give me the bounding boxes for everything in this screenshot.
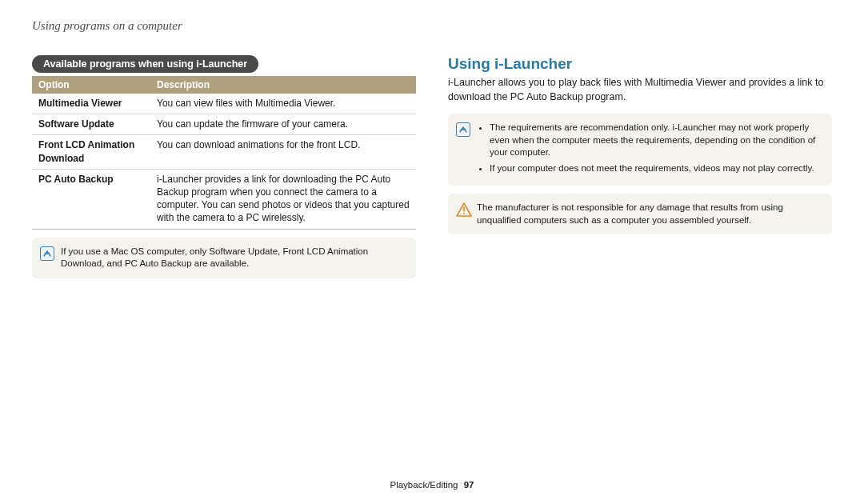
th-option: Option (32, 76, 150, 94)
th-description: Description (150, 76, 416, 94)
warning-text: The manufacturer is not responsible for … (477, 202, 821, 226)
note-list: The requirements are recommendation only… (477, 122, 821, 178)
table-row: Front LCD Animation Download You can dow… (32, 135, 416, 169)
page-footer: Playback/Editing 97 (0, 480, 864, 490)
page-header: Using programs on a computer (32, 19, 832, 33)
note-box-mac: If you use a Mac OS computer, only Softw… (32, 238, 416, 278)
warning-box: The manufacturer is not responsible for … (448, 194, 832, 234)
cell-description: You can view files with Multimedia Viewe… (150, 94, 416, 114)
cell-description: You can update the firmware of your came… (150, 114, 416, 135)
programs-table: Option Description Multimedia Viewer You… (32, 76, 416, 230)
table-row: Software Update You can update the firmw… (32, 114, 416, 135)
note-text: If you use a Mac OS computer, only Softw… (61, 246, 405, 270)
cell-option: Multimedia Viewer (32, 94, 150, 114)
cell-description: You can download animations for the fron… (150, 135, 416, 169)
note-icon (40, 246, 54, 261)
left-column: Available programs when using i-Launcher… (32, 55, 416, 278)
warning-icon (456, 202, 472, 217)
table-row: PC Auto Backup i-Launcher provides a lin… (32, 169, 416, 229)
footer-page-number: 97 (464, 480, 474, 490)
cell-option: Software Update (32, 114, 150, 135)
intro-text: i-Launcher allows you to play back files… (448, 76, 832, 104)
footer-section: Playback/Editing (390, 480, 458, 490)
section-pill-available-programs: Available programs when using i-Launcher (32, 55, 258, 73)
right-column: Using i-Launcher i-Launcher allows you t… (448, 55, 832, 278)
section-title-using-ilauncher: Using i-Launcher (448, 55, 832, 73)
cell-description: i-Launcher provides a link for downloadi… (150, 169, 416, 229)
table-row: Multimedia Viewer You can view files wit… (32, 94, 416, 114)
note-item: If your computer does not meet the requi… (490, 162, 821, 175)
note-item: The requirements are recommendation only… (490, 122, 821, 159)
note-icon (456, 122, 470, 137)
svg-point-1 (463, 213, 465, 214)
cell-option: Front LCD Animation Download (32, 135, 150, 169)
note-box-requirements: The requirements are recommendation only… (448, 114, 832, 186)
cell-option: PC Auto Backup (32, 169, 150, 229)
